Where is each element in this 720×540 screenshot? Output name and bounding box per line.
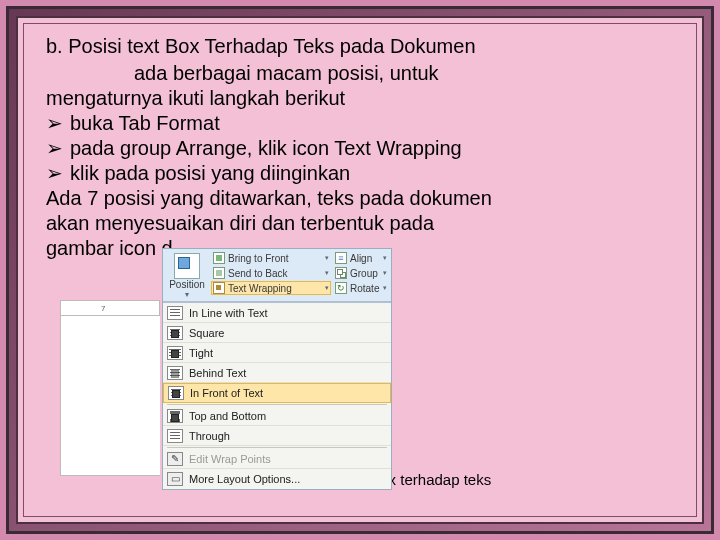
menu-label: Tight bbox=[189, 347, 213, 359]
bullet-icon: ➢ bbox=[46, 111, 64, 136]
bring-to-front-icon bbox=[213, 252, 225, 264]
send-to-back-icon bbox=[213, 267, 225, 279]
ribbon-label: Bring to Front bbox=[228, 253, 289, 264]
ribbon-label: Align bbox=[350, 253, 372, 264]
align-button[interactable]: Align ▾ bbox=[333, 251, 389, 265]
bullet-item: ➢ pada group Arrange, klik icon Text Wra… bbox=[46, 136, 674, 161]
word-document-area bbox=[60, 316, 160, 476]
ribbon-column-right: Align ▾ Group ▾ Rotate ▾ bbox=[333, 251, 389, 299]
through-icon bbox=[167, 429, 183, 443]
group-icon bbox=[335, 267, 347, 279]
send-to-back-button[interactable]: Send to Back ▾ bbox=[211, 266, 331, 280]
bullet-text: klik pada posisi yang diinginkan bbox=[70, 161, 350, 186]
menu-label: In Line with Text bbox=[189, 307, 268, 319]
menu-label: In Front of Text bbox=[190, 387, 263, 399]
position-icon bbox=[174, 253, 200, 279]
position-button[interactable]: Position ▾ bbox=[165, 251, 209, 299]
chevron-down-icon: ▾ bbox=[165, 290, 209, 299]
ribbon-label: Rotate bbox=[350, 283, 379, 294]
top-bottom-icon bbox=[167, 409, 183, 423]
bullet-icon: ➢ bbox=[46, 161, 64, 186]
paragraph-line: ada berbagai macam posisi, untuk bbox=[46, 61, 674, 86]
menu-item-top-bottom[interactable]: Top and Bottom bbox=[163, 406, 391, 426]
rotate-button[interactable]: Rotate ▾ bbox=[333, 281, 389, 295]
paragraph-line: Ada 7 posisi yang ditawarkan, teks pada … bbox=[46, 186, 674, 211]
group-button[interactable]: Group ▾ bbox=[333, 266, 389, 280]
chevron-down-icon: ▾ bbox=[383, 254, 387, 262]
menu-item-square[interactable]: Square bbox=[163, 323, 391, 343]
chevron-down-icon: ▾ bbox=[325, 254, 329, 262]
ruler-mark: 7 bbox=[101, 304, 105, 313]
chevron-down-icon: ▾ bbox=[383, 269, 387, 277]
in-front-icon bbox=[168, 386, 184, 400]
menu-item-front[interactable]: In Front of Text bbox=[163, 383, 391, 403]
chevron-down-icon: ▾ bbox=[383, 284, 387, 292]
ribbon-arrange-group: Position ▾ Bring to Front ▾ Send to Back… bbox=[163, 249, 391, 302]
rotate-icon bbox=[335, 282, 347, 294]
word-arrange-panel: Position ▾ Bring to Front ▾ Send to Back… bbox=[162, 248, 392, 490]
chevron-down-icon: ▾ bbox=[325, 284, 329, 292]
section-title: b. Posisi text Box Terhadap Teks pada Do… bbox=[46, 34, 674, 59]
menu-label: More Layout Options... bbox=[189, 473, 300, 485]
menu-label: Top and Bottom bbox=[189, 410, 266, 422]
menu-item-inline[interactable]: In Line with Text bbox=[163, 303, 391, 323]
more-layout-icon bbox=[167, 472, 183, 486]
bullet-text: buka Tab Format bbox=[70, 111, 220, 136]
ribbon-label: Send to Back bbox=[228, 268, 287, 279]
bullet-text: pada group Arrange, klik icon Text Wrapp… bbox=[70, 136, 462, 161]
ribbon-label: Text Wrapping bbox=[228, 283, 292, 294]
position-label: Position bbox=[165, 280, 209, 290]
bullet-item: ➢ klik pada posisi yang diinginkan bbox=[46, 161, 674, 186]
bullet-icon: ➢ bbox=[46, 136, 64, 161]
menu-separator bbox=[167, 404, 387, 405]
paragraph-line: mengaturnya ikuti langkah berikut bbox=[46, 86, 674, 111]
align-icon bbox=[335, 252, 347, 264]
menu-item-through[interactable]: Through bbox=[163, 426, 391, 446]
square-icon bbox=[167, 326, 183, 340]
menu-label: Edit Wrap Points bbox=[189, 453, 271, 465]
bring-to-front-button[interactable]: Bring to Front ▾ bbox=[211, 251, 331, 265]
tight-icon bbox=[167, 346, 183, 360]
menu-item-behind[interactable]: Behind Text bbox=[163, 363, 391, 383]
menu-label: Square bbox=[189, 327, 224, 339]
behind-text-icon bbox=[167, 366, 183, 380]
edit-wrap-icon bbox=[167, 452, 183, 466]
bullet-item: ➢ buka Tab Format bbox=[46, 111, 674, 136]
chevron-down-icon: ▾ bbox=[325, 269, 329, 277]
menu-separator bbox=[167, 447, 387, 448]
inline-icon bbox=[167, 306, 183, 320]
menu-item-edit-wrap[interactable]: Edit Wrap Points bbox=[163, 449, 391, 469]
text-wrapping-menu: In Line with Text Square Tight Behind Te… bbox=[163, 302, 391, 489]
menu-item-tight[interactable]: Tight bbox=[163, 343, 391, 363]
text-wrapping-button[interactable]: Text Wrapping ▾ bbox=[211, 281, 331, 295]
menu-label: Through bbox=[189, 430, 230, 442]
text-wrapping-icon bbox=[213, 282, 225, 294]
ribbon-label: Group bbox=[350, 268, 378, 279]
paragraph-line: akan menyesuaikan diri dan terbentuk pad… bbox=[46, 211, 674, 236]
word-ruler: 7 bbox=[60, 300, 160, 316]
menu-label: Behind Text bbox=[189, 367, 246, 379]
ribbon-column-left: Bring to Front ▾ Send to Back ▾ Text Wra… bbox=[211, 251, 331, 299]
menu-item-more-layout[interactable]: More Layout Options... bbox=[163, 469, 391, 489]
